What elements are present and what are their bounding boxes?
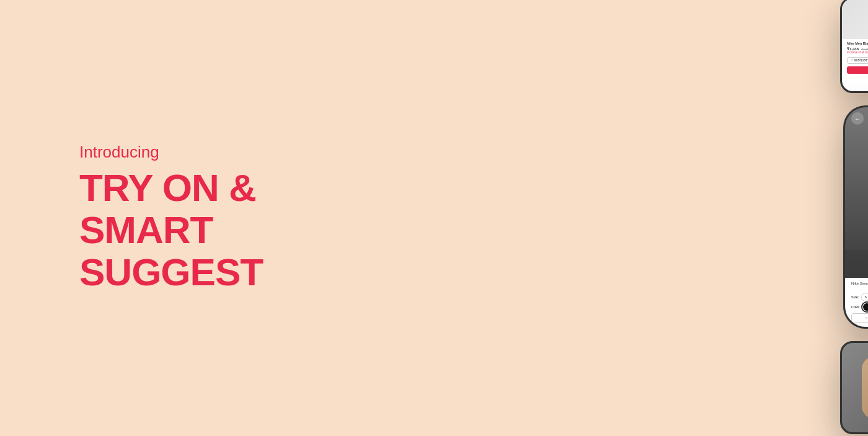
size-s[interactable]: S [861, 293, 868, 301]
phone2-btn-row: ♡ WISHLIST 🛍️ ADD TO BAG [851, 313, 868, 323]
phones-showcase: 👕 Nike Men Black & Silver AS NSW Brand M… [409, 0, 868, 436]
title-line2: SMART SUGGEST [79, 208, 263, 293]
phone2-product-info: Nike Swoosh t-shirt cotton dry-fit ₹1244… [851, 282, 868, 290]
phone1-product-image: 👕 [842, 0, 868, 39]
back-button[interactable]: ← [851, 112, 864, 125]
color-label: Color: [851, 305, 861, 309]
phone-product-listing: 👕 Nike Men Black & Silver AS NSW Brand M… [840, 0, 868, 93]
phone1-price: ₹1,436 [847, 47, 859, 51]
main-title: TRY ON & SMART SUGGEST [79, 167, 403, 294]
phone2-screen: ✓ ← Nike Swoosh t-shirt cotton dry-fit ₹… [845, 107, 868, 327]
phone2-product-panel: Nike Swoosh t-shirt cotton dry-fit ₹1244… [845, 278, 868, 327]
phone2-product-name: Nike Swoosh t-shirt cotton dry-fit [851, 282, 868, 285]
hero-text-section: Introducing TRY ON & SMART SUGGEST [0, 0, 403, 436]
size-label: Size: [851, 295, 859, 299]
phone-watch-tryon: 12:22 [840, 341, 868, 434]
phone2-wishlist-button[interactable]: ♡ WISHLIST [851, 313, 868, 323]
introducing-label: Introducing [79, 143, 403, 162]
wrist-view: 12:22 [862, 357, 868, 419]
phone1-product-name: Nike Men Black & Silver AS NSW Brand MRK… [847, 42, 868, 45]
color-black[interactable] [863, 303, 868, 311]
phone3-screen: 12:22 [842, 343, 868, 432]
phone2-size-row: Size: S M L XL [851, 293, 868, 301]
title-line1: TRY ON & [79, 166, 256, 209]
phone1-wishlist-button[interactable]: ♡ WISHLIST [847, 57, 868, 64]
phone1-actions: ♡ WISHLIST ▶ AR TRY ON [847, 57, 868, 64]
phone2-color-row: Color: [851, 303, 868, 311]
phone1-screen: 👕 Nike Men Black & Silver AS NSW Brand M… [842, 0, 868, 91]
phone-tryon-main: ✓ ← Nike Swoosh t-shirt cotton dry-fit ₹… [843, 105, 868, 329]
phone1-taxes: inclusive of all taxes [847, 51, 868, 54]
phone2-try-on-view: ✓ ← [845, 107, 868, 250]
phone1-add-button[interactable]: 🛍️ ADD TO BAG [847, 66, 868, 74]
phone2-topbar: ← [845, 112, 868, 125]
